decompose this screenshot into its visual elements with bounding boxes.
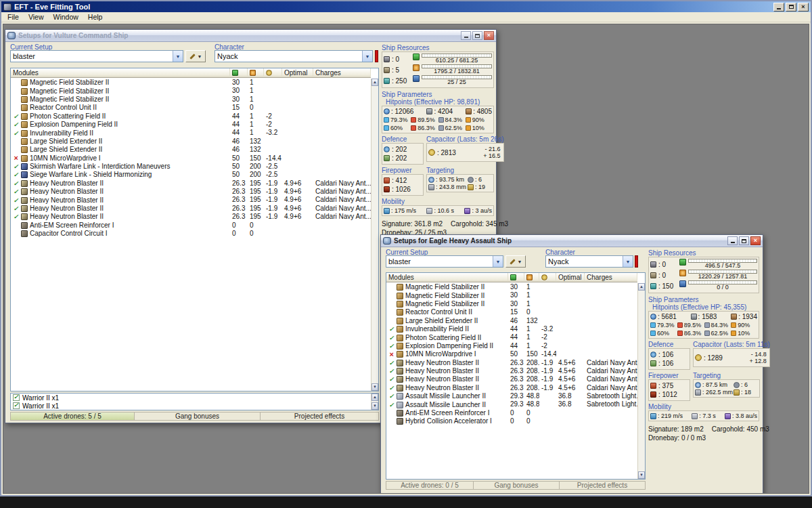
- column-capacitor[interactable]: [539, 273, 556, 282]
- module-row[interactable]: Reactor Control Unit II 15 0: [386, 308, 637, 316]
- column-cpu[interactable]: [508, 273, 524, 282]
- module-row[interactable]: Heavy Neutron Blaster II 26.3 208.7 -1.9…: [386, 367, 637, 375]
- character-combo[interactable]: Nyack ▼: [215, 50, 373, 62]
- setup-tools-button[interactable]: ▼: [505, 255, 526, 268]
- module-row[interactable]: Heavy Neutron Blaster II 26.3 195 -1.9 4…: [11, 213, 371, 221]
- module-row[interactable]: Invulnerability Field II 44 1 -3.2: [11, 129, 371, 137]
- module-row[interactable]: Heavy Neutron Blaster II 26.3 195 -1.9 4…: [11, 205, 371, 213]
- module-row[interactable]: Explosion Dampening Field II 44 1 -2: [11, 121, 371, 129]
- module-icon: [21, 205, 28, 212]
- module-row[interactable]: Heavy Neutron Blaster II 26.3 195 -1.9 4…: [11, 188, 371, 196]
- module-row[interactable]: Heavy Neutron Blaster II 26.3 195 -1.9 4…: [11, 179, 371, 188]
- module-row[interactable]: Explosion Dampening Field II 44 1 -2: [386, 342, 637, 350]
- menu-item[interactable]: View: [24, 13, 49, 21]
- column-charges[interactable]: Charges: [585, 273, 637, 282]
- combo-dropdown-icon[interactable]: ▼: [362, 51, 372, 62]
- combo-dropdown-icon[interactable]: ▼: [173, 51, 183, 62]
- column-optimal[interactable]: Optimal: [282, 68, 313, 77]
- projected-effects-section[interactable]: Projected effects: [560, 481, 646, 490]
- table-scrollbar[interactable]: ▲ ▼: [371, 79, 378, 391]
- minimize-button[interactable]: [461, 31, 471, 40]
- setup-tools-button[interactable]: ▼: [185, 50, 206, 62]
- module-row[interactable]: Magnetic Field Stabilizer II 30 1: [11, 79, 371, 87]
- module-row[interactable]: Heavy Neutron Blaster II 26.3 208.7 -1.9…: [386, 384, 637, 392]
- drone-row[interactable]: Warrior II x1: [11, 402, 371, 410]
- drone-checkbox[interactable]: [13, 402, 20, 409]
- minimize-button[interactable]: [773, 3, 784, 12]
- scroll-down-icon[interactable]: ▼: [371, 402, 378, 410]
- scroll-up-icon[interactable]: ▲: [371, 79, 378, 86]
- gang-bonuses-section[interactable]: Gang bonuses: [474, 481, 560, 490]
- close-button[interactable]: ×: [750, 236, 761, 245]
- module-row[interactable]: Large Shield Extender II 46 132: [11, 137, 371, 146]
- maximize-button[interactable]: [786, 3, 796, 12]
- module-row[interactable]: Magnetic Field Stabilizer II 30 1: [11, 87, 371, 95]
- module-row[interactable]: Anti-EM Screen Reinforcer I 0 0: [386, 409, 637, 417]
- column-powergrid[interactable]: [248, 68, 264, 77]
- resist-icon: [466, 125, 471, 131]
- combo-dropdown-icon[interactable]: ▼: [623, 256, 633, 267]
- menu-item[interactable]: Help: [83, 13, 108, 21]
- module-row[interactable]: Heavy Neutron Blaster II 26.3 208.7 -1.9…: [386, 359, 637, 367]
- eagle-titlebar[interactable]: Setups for Eagle Heavy Assault Ship ×: [381, 235, 763, 247]
- module-row[interactable]: Photon Scattering Field II 44 1 -2: [11, 112, 371, 121]
- projected-effects-section[interactable]: Projected effects: [261, 412, 379, 421]
- module-row[interactable]: Large Shield Extender II 46 132: [11, 146, 371, 154]
- main-titlebar[interactable]: EFT - Eve Fitting Tool ×: [1, 1, 811, 12]
- column-modules[interactable]: Modules: [386, 273, 508, 282]
- drone-row[interactable]: Warrior II x1: [11, 394, 371, 402]
- module-row[interactable]: Anti-EM Screen Reinforcer I 0 0: [11, 221, 371, 230]
- combo-dropdown-icon[interactable]: ▼: [493, 256, 503, 267]
- menu-item[interactable]: File: [3, 13, 24, 21]
- vulture-titlebar[interactable]: Setups for Vulture Command Ship ×: [5, 30, 496, 42]
- module-row[interactable]: Invulnerability Field II 44 1 -3.2: [386, 325, 637, 333]
- minimize-button[interactable]: [727, 236, 738, 245]
- module-row[interactable]: Magnetic Field Stabilizer II 30 1: [386, 291, 637, 299]
- module-row[interactable]: Large Shield Extender II 46 132: [386, 317, 637, 325]
- module-row[interactable]: 10MN MicroWarpdrive I 50 150 -14.4: [11, 154, 371, 163]
- modules-table-header[interactable]: Modules Optimal Charges: [11, 68, 371, 78]
- scroll-down-icon[interactable]: ▼: [371, 383, 378, 391]
- column-cpu[interactable]: [230, 68, 248, 77]
- setup-combo[interactable]: blaster ▼: [386, 255, 503, 268]
- close-button[interactable]: ×: [798, 3, 809, 12]
- column-capacitor[interactable]: [264, 68, 282, 77]
- module-row[interactable]: Magnetic Field Stabilizer II 30 1: [386, 300, 637, 308]
- active-drones-status[interactable]: Active drones: 5 / 5: [10, 412, 135, 421]
- module-row[interactable]: Assault Missile Launcher II 29.3 48.8 36…: [386, 400, 637, 408]
- module-row[interactable]: Heavy Neutron Blaster II 26.3 195 -1.9 4…: [11, 196, 371, 204]
- scroll-up-icon[interactable]: ▲: [638, 283, 645, 291]
- module-cpu: 0: [508, 409, 524, 417]
- module-row[interactable]: Magnetic Field Stabilizer II 30 1: [386, 283, 637, 291]
- table-scrollbar[interactable]: ▲ ▼: [637, 283, 645, 479]
- maximize-button[interactable]: [472, 31, 482, 40]
- column-powergrid[interactable]: [524, 273, 539, 282]
- module-row[interactable]: Heavy Neutron Blaster II 26.3 208.7 -1.9…: [386, 375, 637, 383]
- menu-item[interactable]: Window: [49, 13, 83, 21]
- column-modules[interactable]: Modules: [11, 68, 230, 77]
- maximize-button[interactable]: [739, 236, 749, 245]
- module-row[interactable]: Magnetic Field Stabilizer II 30 1: [11, 96, 371, 104]
- slot-usage: : 250: [384, 75, 411, 86]
- module-row[interactable]: Capacitor Control Circuit I 0 0: [11, 230, 371, 238]
- setup-combo[interactable]: blaster ▼: [10, 50, 183, 62]
- drone-list-scrollbar[interactable]: ▲ ▼: [371, 394, 378, 410]
- modules-table-header[interactable]: Modules Optimal Charges: [386, 273, 637, 282]
- module-row[interactable]: Skirmish Warfare Link - Interdiction Man…: [11, 163, 371, 171]
- column-charges[interactable]: Charges: [313, 68, 371, 77]
- module-row[interactable]: Siege Warfare Link - Shield Harmonizing …: [11, 171, 371, 179]
- module-row[interactable]: Assault Missile Launcher II 29.3 48.8 36…: [386, 392, 637, 400]
- active-drones-status[interactable]: Active drones: 0 / 5: [386, 481, 474, 490]
- slot-value: : 0: [658, 272, 666, 279]
- module-row[interactable]: Photon Scattering Field II 44 1 -2: [386, 333, 637, 341]
- close-button[interactable]: ×: [484, 31, 494, 40]
- column-optimal[interactable]: Optimal: [556, 273, 585, 282]
- scroll-up-icon[interactable]: ▲: [371, 394, 378, 401]
- drone-checkbox[interactable]: [13, 394, 20, 401]
- scroll-down-icon[interactable]: ▼: [638, 471, 645, 479]
- module-row[interactable]: Hybrid Collision Accelerator I 0 0: [386, 417, 637, 425]
- gang-bonuses-section[interactable]: Gang bonuses: [135, 412, 261, 421]
- module-row[interactable]: Reactor Control Unit II 15 0: [11, 104, 371, 112]
- character-combo[interactable]: Nyack ▼: [545, 255, 633, 268]
- module-row[interactable]: 10MN MicroWarpdrive I 50 150 -14.4: [386, 350, 637, 358]
